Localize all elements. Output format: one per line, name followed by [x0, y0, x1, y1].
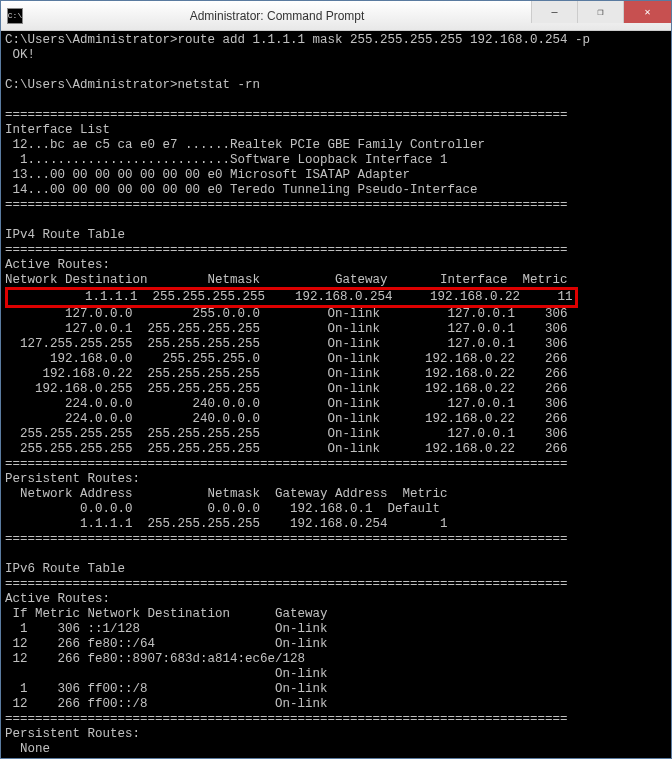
none-label: None — [5, 742, 50, 756]
line: C:\Users\Administrator>netstat -rn — [5, 78, 260, 92]
window: C:\ Administrator: Command Prompt — ❐ ✕ … — [0, 0, 672, 759]
maximize-button[interactable]: ❐ — [577, 1, 623, 23]
persistent-columns: Network Address Netmask Gateway Address … — [5, 487, 448, 501]
route6-row: On-link — [5, 667, 328, 681]
separator: ========================================… — [5, 108, 568, 122]
separator: ========================================… — [5, 457, 568, 471]
route-row: 127.0.0.0 255.0.0.0 On-link 127.0.0.1 30… — [5, 307, 568, 321]
highlighted-route-row: 1.1.1.1 255.255.255.255 192.168.0.254 19… — [5, 287, 578, 308]
route6-row: 12 266 fe80::8907:683d:a814:ec6e/128 — [5, 652, 305, 666]
interface-row: 13...00 00 00 00 00 00 00 e0 Microsoft I… — [5, 168, 410, 182]
interface-row: 1...........................Software Loo… — [5, 153, 448, 167]
line: OK! — [5, 48, 35, 62]
interface-list-header: Interface List — [5, 123, 110, 137]
route-row: 224.0.0.0 240.0.0.0 On-link 192.168.0.22… — [5, 412, 568, 426]
titlebar: C:\ Administrator: Command Prompt — ❐ ✕ — [1, 1, 671, 31]
separator: ========================================… — [5, 198, 568, 212]
separator: ========================================… — [5, 243, 568, 257]
route6-row: 1 306 ::1/128 On-link — [5, 622, 328, 636]
persistent-route-row: 1.1.1.1 255.255.255.255 192.168.0.254 1 — [5, 517, 448, 531]
separator: ========================================… — [5, 577, 568, 591]
route-row: 224.0.0.0 240.0.0.0 On-link 127.0.0.1 30… — [5, 397, 568, 411]
separator: ========================================… — [5, 712, 568, 726]
ipv4-header: IPv4 Route Table — [5, 228, 125, 242]
cmd-icon: C:\ — [7, 8, 23, 24]
route-row: 192.168.0.22 255.255.255.255 On-link 192… — [5, 367, 568, 381]
route6-row: 12 266 ff00::/8 On-link — [5, 697, 328, 711]
window-title: Administrator: Command Prompt — [23, 9, 531, 23]
route-row: 192.168.0.255 255.255.255.255 On-link 19… — [5, 382, 568, 396]
ipv6-header: IPv6 Route Table — [5, 562, 125, 576]
route6-columns: If Metric Network Destination Gateway — [5, 607, 328, 621]
persistent-routes-label: Persistent Routes: — [5, 472, 140, 486]
route-row: 192.168.0.0 255.255.255.0 On-link 192.16… — [5, 352, 568, 366]
interface-row: 14...00 00 00 00 00 00 00 e0 Teredo Tunn… — [5, 183, 478, 197]
interface-row: 12...bc ae c5 ca e0 e7 ......Realtek PCI… — [5, 138, 485, 152]
route-row: 255.255.255.255 255.255.255.255 On-link … — [5, 442, 568, 456]
route-columns: Network Destination Netmask Gateway Inte… — [5, 273, 568, 287]
persistent-route-row: 0.0.0.0 0.0.0.0 192.168.0.1 Default — [5, 502, 440, 516]
route-row: 127.255.255.255 255.255.255.255 On-link … — [5, 337, 568, 351]
line: C:\Users\Administrator>route add 1.1.1.1… — [5, 33, 590, 47]
active-routes-label: Active Routes: — [5, 258, 110, 272]
close-button[interactable]: ✕ — [623, 1, 671, 23]
route6-row: 12 266 fe80::/64 On-link — [5, 637, 328, 651]
persistent-routes-label: Persistent Routes: — [5, 727, 140, 741]
route6-row: 1 306 ff00::/8 On-link — [5, 682, 328, 696]
terminal-output[interactable]: C:\Users\Administrator>route add 1.1.1.1… — [1, 31, 671, 758]
active-routes-label: Active Routes: — [5, 592, 110, 606]
route-row: 255.255.255.255 255.255.255.255 On-link … — [5, 427, 568, 441]
minimize-button[interactable]: — — [531, 1, 577, 23]
window-buttons: — ❐ ✕ — [531, 1, 671, 30]
separator: ========================================… — [5, 532, 568, 546]
route-row: 127.0.0.1 255.255.255.255 On-link 127.0.… — [5, 322, 568, 336]
